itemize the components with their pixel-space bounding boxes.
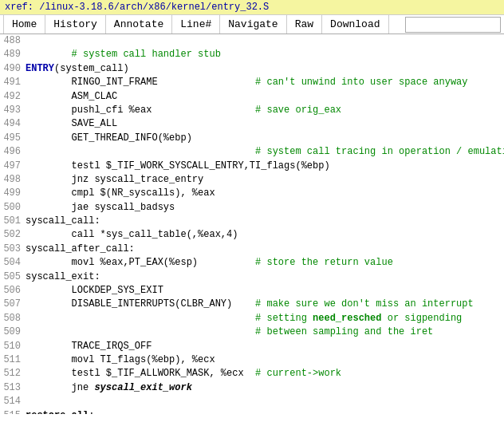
line-content: TRACE_IRQS_OFF [26, 340, 152, 353]
table-row: 508 # setting need_resched or sigpending [0, 312, 504, 325]
nav-raw[interactable]: Raw [287, 15, 322, 34]
line-number: 506 [0, 284, 26, 298]
nav-annotate[interactable]: Annotate [106, 15, 172, 34]
line-content: syscall_call: [26, 215, 100, 228]
line-number: 515 [0, 409, 26, 414]
line-content: syscall_after_call: [26, 243, 135, 256]
line-content: cmpl $(NR_syscalls), %eax [26, 187, 215, 200]
table-row: 503syscall_after_call: [0, 243, 504, 256]
line-content: # between sampling and the iret [26, 325, 433, 339]
table-row: 515restore_all: [0, 409, 504, 414]
line-number: 503 [0, 243, 26, 256]
table-row: 511 movl TI_flags(%ebp), %ecx [0, 353, 504, 367]
table-row: 506 LOCKDEP_SYS_EXIT [0, 284, 504, 298]
line-content: jne syscall_exit_work [26, 381, 192, 395]
table-row: 493 pushl_cfi %eax # save orig_eax [0, 104, 504, 117]
line-number: 490 [0, 62, 26, 76]
line-number: 501 [0, 215, 26, 228]
line-content: # system call handler stub [26, 48, 221, 61]
table-row: 507 DISABLE_INTERRUPTS(CLBR_ANY) # make … [0, 298, 504, 311]
table-row: 500 jae syscall_badsys [0, 201, 504, 215]
line-content [26, 34, 31, 48]
search-input[interactable] [405, 17, 501, 33]
table-row: 501syscall_call: [0, 215, 504, 228]
line-content: testl $_TIF_ALLWORK_MASK, %ecx # current… [26, 367, 341, 381]
line-content: syscall_exit: [26, 270, 100, 284]
table-row: 495 GET_THREAD_INFO(%ebp) [0, 132, 504, 145]
nav-download[interactable]: Download [322, 15, 388, 34]
line-number: 513 [0, 381, 26, 395]
table-row: 489 # system call handler stub [0, 48, 504, 61]
line-number: 492 [0, 90, 26, 104]
line-content: DISABLE_INTERRUPTS(CLBR_ANY) # make sure… [26, 298, 474, 311]
line-number: 497 [0, 160, 26, 173]
table-row: 502 call *sys_call_table(,%eax,4) [0, 228, 504, 242]
line-number: 507 [0, 298, 26, 311]
line-content: ENTRY(system_call) [26, 62, 129, 76]
line-number: 510 [0, 340, 26, 353]
line-content: SAVE_ALL [26, 117, 117, 131]
code-area: 488 489 # system call handler stub490ENT… [0, 34, 504, 414]
line-content: movl %eax,PT_EAX(%esp) # store the retur… [26, 256, 393, 270]
line-number: 488 [0, 34, 26, 48]
line-content: # system call tracing in operation / emu… [26, 145, 504, 159]
line-number: 496 [0, 145, 26, 159]
line-content: jae syscall_badsys [26, 201, 175, 215]
nav-home[interactable]: Home [3, 15, 45, 34]
table-row: 505syscall_exit: [0, 270, 504, 284]
line-content: movl TI_flags(%ebp), %ecx [26, 353, 215, 367]
line-content: # setting need_resched or sigpending [26, 312, 462, 325]
table-row: 510 TRACE_IRQS_OFF [0, 340, 504, 353]
table-row: 490ENTRY(system_call) [0, 62, 504, 76]
table-row: 494 SAVE_ALL [0, 117, 504, 131]
line-content: pushl_cfi %eax # save orig_eax [26, 104, 341, 117]
line-number: 495 [0, 132, 26, 145]
line-number: 493 [0, 104, 26, 117]
nav-line[interactable]: Line# [172, 15, 220, 34]
line-number: 508 [0, 312, 26, 325]
line-number: 500 [0, 201, 26, 215]
line-content: call *sys_call_table(,%eax,4) [26, 228, 238, 242]
line-number: 505 [0, 270, 26, 284]
line-number: 512 [0, 367, 26, 381]
table-row: 509 # between sampling and the iret [0, 325, 504, 339]
table-row: 512 testl $_TIF_ALLWORK_MASK, %ecx # cur… [0, 367, 504, 381]
table-row: 514 [0, 395, 504, 408]
line-content [26, 395, 31, 408]
line-number: 494 [0, 117, 26, 131]
line-number: 504 [0, 256, 26, 270]
line-content: testl $_TIF_WORK_SYSCALL_ENTRY,TI_flags(… [26, 160, 330, 173]
line-number: 498 [0, 173, 26, 187]
nav-bar: Home History Annotate Line# Navigate Raw… [0, 15, 504, 34]
path-text: xref: /linux-3.18.6/arch/x86/kernel/entr… [5, 2, 269, 13]
line-content: ASM_CLAC [26, 90, 117, 104]
table-row: 504 movl %eax,PT_EAX(%esp) # store the r… [0, 256, 504, 270]
line-number: 489 [0, 48, 26, 61]
table-row: 496 # system call tracing in operation /… [0, 145, 504, 159]
nav-navigate[interactable]: Navigate [220, 15, 286, 34]
table-row: 497 testl $_TIF_WORK_SYSCALL_ENTRY,TI_fl… [0, 160, 504, 173]
table-row: 492 ASM_CLAC [0, 90, 504, 104]
line-content: restore_all: [26, 409, 94, 414]
line-number: 509 [0, 325, 26, 339]
line-content: RINGO_INT_FRAME # can't unwind into user… [26, 76, 468, 89]
table-row: 491 RINGO_INT_FRAME # can't unwind into … [0, 76, 504, 89]
nav-history[interactable]: History [45, 15, 106, 34]
line-number: 491 [0, 76, 26, 89]
line-number: 514 [0, 395, 26, 408]
table-row: 513 jne syscall_exit_work [0, 381, 504, 395]
table-row: 498 jnz syscall_trace_entry [0, 173, 504, 187]
table-row: 488 [0, 34, 504, 48]
path-bar: xref: /linux-3.18.6/arch/x86/kernel/entr… [0, 0, 504, 15]
line-content: GET_THREAD_INFO(%ebp) [26, 132, 192, 145]
line-content: LOCKDEP_SYS_EXIT [26, 284, 163, 298]
table-row: 499 cmpl $(NR_syscalls), %eax [0, 187, 504, 200]
line-number: 499 [0, 187, 26, 200]
line-content: jnz syscall_trace_entry [26, 173, 203, 187]
line-number: 502 [0, 228, 26, 242]
line-number: 511 [0, 353, 26, 367]
